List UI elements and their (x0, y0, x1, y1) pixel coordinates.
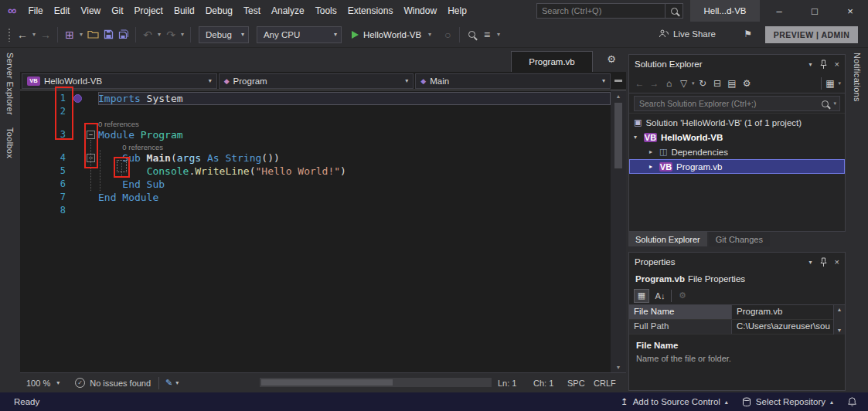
fold-margin[interactable]: − (85, 128, 98, 141)
send-feedback-icon[interactable]: ⚑ (744, 29, 752, 39)
properties-object-selector[interactable]: Program.vb File Properties (629, 271, 845, 287)
expander-collapsed-icon[interactable]: ▸ (649, 163, 659, 170)
save-all-icon[interactable] (116, 26, 131, 43)
menu-help[interactable]: Help (442, 2, 472, 19)
code-line-1[interactable]: 1 Imports System (20, 92, 611, 105)
code-line-7[interactable]: 7 End Module (20, 191, 611, 204)
save-icon[interactable] (100, 26, 116, 43)
search-icon[interactable] (671, 8, 678, 15)
categorized-icon[interactable]: ▦ (634, 289, 649, 303)
menu-tools[interactable]: Tools (310, 2, 342, 19)
tab-solution-explorer[interactable]: Solution Explorer (628, 232, 707, 246)
pin-icon[interactable] (819, 59, 828, 70)
menu-test[interactable]: Test (238, 2, 266, 19)
solution-explorer-header[interactable]: Solution Explorer ▾ × (629, 55, 845, 73)
minimize-button[interactable]: – (761, 0, 797, 22)
code-text[interactable]: End Sub (98, 178, 611, 191)
scroll-down-icon[interactable]: ▼ (837, 328, 842, 333)
filter-chevron-icon[interactable]: ▾ (692, 80, 695, 87)
navigate-back-icon[interactable]: ← (15, 26, 30, 43)
window-menu-chevron-icon[interactable]: ▾ (809, 259, 812, 266)
document-outline-icon[interactable]: ≡ (479, 26, 495, 43)
nav-forward-icon[interactable]: → (648, 76, 661, 90)
code-editor[interactable]: 1 Imports System 2 0 references 3 (20, 90, 611, 372)
collapse-all-icon[interactable]: ⊟ (711, 76, 724, 90)
close-panel-icon[interactable]: × (835, 257, 839, 267)
quick-search-box[interactable] (536, 3, 683, 19)
sidebar-tab-toolbox[interactable]: Toolbox (5, 127, 15, 158)
tab-git-changes[interactable]: Git Changes (709, 232, 770, 246)
quick-search-input[interactable] (537, 6, 665, 15)
menu-analyze[interactable]: Analyze (266, 2, 310, 19)
column-indicator[interactable]: Ch: 1 (533, 379, 553, 388)
tree-item-program-vb[interactable]: ▸ VB Program.vb (629, 159, 845, 174)
scroll-up-icon[interactable]: ▲ (837, 307, 842, 312)
fold-margin[interactable] (85, 92, 98, 105)
live-share-button[interactable]: Live Share (659, 29, 716, 39)
error-list-status-button[interactable]: ✓ No issues found (67, 378, 158, 388)
project-dropdown[interactable]: VB HelloWorld-VB ▾ (22, 73, 217, 89)
properties-grid-scrollbar[interactable]: ▲ ▼ (833, 305, 845, 335)
line-number[interactable]: 3 (20, 128, 71, 141)
sidebar-tab-server-explorer[interactable]: Server Explorer (5, 53, 15, 115)
line-number[interactable]: 8 (20, 204, 71, 217)
document-tab-program-vb[interactable]: Program.vb (511, 51, 593, 72)
line-number[interactable]: 4 (20, 151, 71, 165)
menu-view[interactable]: View (75, 2, 106, 19)
code-text[interactable] (98, 204, 611, 217)
scroll-down-icon[interactable]: ▼ (611, 362, 626, 372)
scrollbar-thumb[interactable] (261, 379, 393, 386)
code-text[interactable]: Imports System (98, 92, 611, 105)
scrollbar-thumb[interactable] (614, 103, 622, 168)
properties-header[interactable]: Properties ▾ × (629, 253, 845, 271)
open-file-icon[interactable] (85, 26, 100, 43)
code-cleanup-button[interactable]: ✎ ▾ (159, 378, 185, 388)
pin-icon[interactable] (819, 257, 828, 267)
undo-icon[interactable]: ↶ (140, 26, 155, 43)
line-indicator[interactable]: Ln: 1 (498, 379, 516, 388)
collapse-region-icon[interactable]: − (87, 131, 95, 139)
find-in-files-icon[interactable] (464, 26, 479, 43)
menu-debug[interactable]: Debug (200, 2, 238, 19)
toolbar-grip[interactable] (8, 28, 11, 42)
tree-item-dependencies[interactable]: ▸ ◫ Dependencies (629, 144, 845, 159)
code-line-5[interactable]: 5 Console.WriteLine("Hello World!") (20, 165, 611, 178)
new-project-chevron-icon[interactable]: ▾ (77, 31, 85, 38)
nav-back-icon[interactable]: ← (633, 76, 646, 90)
close-panel-icon[interactable]: × (835, 59, 839, 69)
code-line-8[interactable]: 8 (20, 204, 611, 217)
type-dropdown[interactable]: ◆ Program ▾ (219, 73, 414, 89)
navigate-back-chevron-icon[interactable]: ▾ (30, 31, 38, 38)
property-key[interactable]: Full Path (629, 320, 732, 334)
property-key[interactable]: File Name (629, 305, 732, 319)
code-line-2[interactable]: 2 (20, 105, 611, 118)
show-all-files-icon[interactable]: ▤ (726, 76, 739, 90)
code-text[interactable]: Console.WriteLine("Hello World!") (98, 165, 611, 178)
property-pages-icon[interactable]: ⚙ (675, 289, 690, 303)
code-text[interactable]: End Module (98, 191, 611, 204)
document-outline-chevron-icon[interactable]: ▾ (495, 31, 502, 38)
solution-configurations-combo[interactable]: Debug ▾ (199, 26, 249, 43)
switch-views-chevron-icon[interactable]: ▾ (838, 80, 841, 87)
spaces-indicator[interactable]: SPC (567, 379, 585, 388)
filter-icon[interactable]: ▽ (677, 76, 690, 90)
split-editor-handle[interactable] (612, 73, 625, 89)
property-value[interactable]: Program.vb (732, 305, 845, 319)
select-repository-button[interactable]: Select Repository ▴ (742, 397, 833, 407)
code-line-3[interactable]: 3 − Module Program (20, 128, 611, 141)
codelens-references[interactable]: 0 references (122, 143, 163, 151)
menu-build[interactable]: Build (168, 2, 200, 19)
code-text[interactable] (98, 105, 611, 118)
zoom-combo[interactable]: 100 % ▾ (20, 379, 67, 388)
redo-chevron-icon[interactable]: ▾ (179, 31, 186, 38)
search-icon[interactable] (822, 100, 829, 107)
document-settings-gear-icon[interactable]: ⚙ (607, 53, 616, 65)
expander-collapsed-icon[interactable]: ▸ (649, 148, 659, 155)
property-value[interactable]: C:\Users\azureuser\sou (732, 320, 845, 334)
menu-git[interactable]: Git (106, 2, 128, 19)
tree-item-project[interactable]: ▾ VB HelloWorld-VB (629, 130, 845, 144)
refresh-icon[interactable]: ↻ (696, 76, 710, 90)
start-debugging-chevron-icon[interactable]: ▾ (426, 31, 434, 38)
member-dropdown[interactable]: ◆ Main ▾ (415, 73, 611, 89)
line-number[interactable]: 1 (20, 92, 71, 105)
